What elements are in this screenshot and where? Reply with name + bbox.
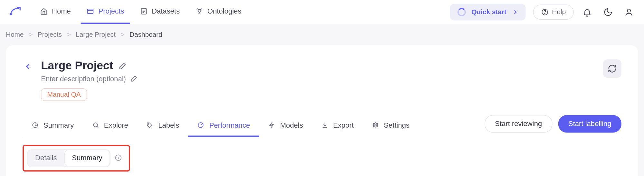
nav-ontologies[interactable]: Ontologies — [190, 0, 247, 24]
start-reviewing-button[interactable]: Start reviewing — [485, 115, 553, 133]
nav-datasets[interactable]: Datasets — [134, 0, 186, 24]
tab-settings-label: Settings — [384, 121, 409, 130]
svg-point-10 — [93, 123, 97, 127]
bell-icon — [582, 7, 592, 17]
description-placeholder[interactable]: Enter description (optional) — [41, 75, 126, 83]
edit-description-button[interactable] — [130, 75, 139, 83]
summary-icon — [32, 122, 39, 129]
project-tabs: Summary Explore Labels Performance Model… — [23, 115, 621, 137]
tab-explore[interactable]: Explore — [83, 115, 137, 137]
info-icon[interactable] — [114, 154, 123, 162]
tab-labels-label: Labels — [158, 121, 179, 130]
tab-labels[interactable]: Labels — [137, 115, 188, 137]
project-card: Large Project Enter description (optiona… — [6, 45, 638, 176]
user-menu[interactable] — [621, 5, 637, 20]
svg-point-7 — [545, 13, 545, 14]
quick-start-label: Quick start — [471, 8, 506, 15]
svg-point-11 — [148, 123, 149, 124]
subtab-segmented: Details Summary — [27, 149, 110, 167]
app-logo[interactable] — [7, 5, 22, 19]
tab-performance-label: Performance — [209, 121, 250, 130]
tab-export-label: Export — [333, 121, 354, 130]
svg-point-0 — [10, 13, 12, 15]
gauge-icon — [197, 122, 205, 129]
nav-home-label: Home — [52, 7, 71, 15]
download-icon — [322, 122, 329, 129]
chevron-right-icon: > — [120, 31, 124, 38]
refresh-button[interactable] — [603, 59, 621, 78]
help-icon — [541, 8, 549, 15]
nav-home[interactable]: Home — [34, 0, 77, 24]
nav-projects-label: Projects — [98, 7, 124, 15]
start-labelling-button[interactable]: Start labelling — [558, 115, 621, 133]
help-button[interactable]: Help — [533, 5, 574, 20]
nav-ontologies-label: Ontologies — [207, 7, 242, 15]
nav-datasets-label: Datasets — [152, 7, 180, 15]
bolt-icon — [268, 122, 276, 129]
subtab-summary[interactable]: Summary — [64, 150, 110, 167]
breadcrumb-home[interactable]: Home — [6, 31, 24, 38]
theme-toggle[interactable] — [601, 5, 616, 20]
gear-icon — [372, 122, 380, 129]
highlight-annotation: Details Summary — [23, 145, 130, 171]
nav-projects[interactable]: Projects — [81, 0, 130, 24]
moon-icon — [603, 7, 613, 17]
svg-point-5 — [199, 13, 200, 14]
home-icon — [40, 7, 48, 15]
svg-point-8 — [627, 9, 630, 12]
back-button[interactable] — [23, 61, 34, 72]
help-label: Help — [552, 8, 566, 15]
svg-point-12 — [198, 122, 204, 128]
svg-point-3 — [197, 9, 198, 10]
status-badge: Manual QA — [41, 88, 87, 101]
tab-models-label: Models — [280, 121, 303, 130]
datasets-icon — [140, 7, 148, 15]
breadcrumb-current: Dashboard — [130, 31, 162, 38]
subtab-details[interactable]: Details — [28, 150, 64, 167]
tab-explore-label: Explore — [104, 121, 128, 130]
tag-icon — [147, 122, 154, 129]
quick-start-button[interactable]: Quick start — [450, 4, 526, 20]
projects-icon — [87, 7, 94, 15]
user-icon — [624, 7, 634, 17]
notifications-button[interactable] — [580, 5, 595, 20]
top-nav: Home Projects Datasets Ontologies Quick … — [0, 0, 644, 24]
breadcrumb-project[interactable]: Large Project — [76, 31, 116, 38]
tab-summary[interactable]: Summary — [23, 115, 83, 137]
search-icon — [92, 122, 100, 129]
page-title: Large Project — [41, 59, 113, 72]
ontologies-icon — [196, 7, 203, 15]
svg-rect-1 — [88, 9, 93, 14]
tab-models[interactable]: Models — [259, 115, 312, 137]
chevron-right-icon: > — [67, 31, 71, 38]
chevron-right-icon — [512, 9, 518, 15]
tab-export[interactable]: Export — [312, 115, 363, 137]
svg-point-13 — [375, 124, 376, 126]
chevron-right-icon: > — [29, 31, 33, 38]
breadcrumb-projects[interactable]: Projects — [38, 31, 62, 38]
breadcrumb: Home > Projects > Large Project > Dashbo… — [0, 24, 644, 45]
svg-point-4 — [201, 9, 202, 10]
tab-settings[interactable]: Settings — [363, 115, 418, 137]
spinner-icon — [457, 8, 466, 16]
tab-performance[interactable]: Performance — [188, 115, 259, 137]
edit-title-button[interactable] — [118, 62, 127, 70]
tab-summary-label: Summary — [43, 121, 74, 130]
